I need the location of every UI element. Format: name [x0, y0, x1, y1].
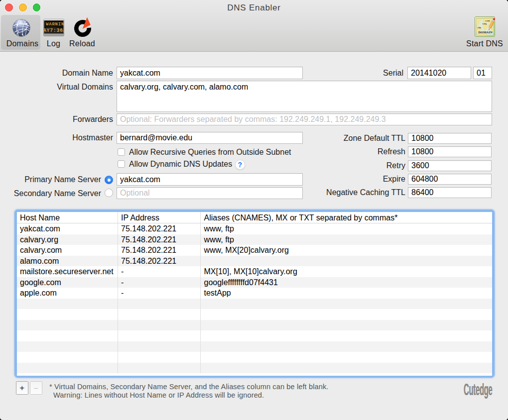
svg-text:WARNIN: WARNIN	[46, 22, 64, 27]
svg-text:.org: .org	[483, 22, 487, 25]
svg-text:.biz: .biz	[478, 26, 481, 29]
svg-text:DOMAIN: DOMAIN	[479, 30, 493, 34]
svg-text:.com: .com	[486, 19, 491, 22]
